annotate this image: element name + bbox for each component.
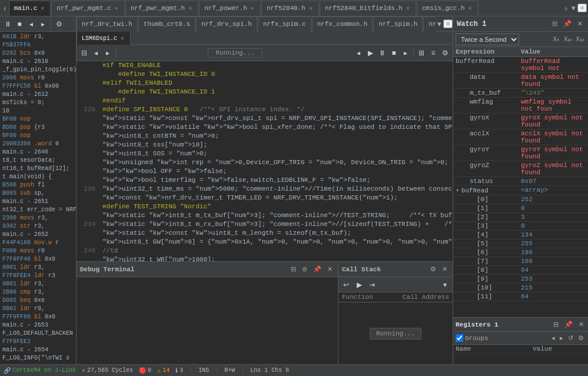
watch-row-5[interactable]: acclXacclX symbol not found [453,129,588,145]
settings-button[interactable]: ⚙ [54,19,64,29]
lsm6-tab-close[interactable]: ✕ [119,35,125,42]
pause-button[interactable]: ⏸ [2,19,13,29]
prev-btn[interactable]: ◂ [91,48,101,58]
settings2-btn[interactable]: ⚙ [440,48,450,58]
cs-step-fwd[interactable]: ⇥ [367,279,377,290]
reg-prev[interactable]: ◂ [550,334,557,342]
debug-terminal-clear[interactable]: ⊘ [300,265,309,274]
watch-val-7: gyroZ symbol not found [521,162,586,176]
reg-groups-checkbox[interactable] [456,334,463,342]
watch-settings[interactable]: ⊟ [550,19,559,28]
watch-row-6[interactable]: gyroYgyroY symbol not found [453,145,588,161]
second-tab-6[interactable]: nrf_delay.h [423,16,436,32]
lsm6-tab[interactable]: LSM6Dspi.c ✕ [77,32,131,46]
call-stack-title: Call Stack [342,266,426,273]
watch-row-17[interactable]: [7]108 [453,257,588,266]
pause2-btn[interactable]: ⏸ [377,48,387,58]
reg-settings2[interactable]: ⚙ [576,334,586,342]
watch-row-4[interactable]: gyroXgyroX symbol not found [453,114,588,129]
close-all-tabs[interactable]: ✕ [577,4,587,12]
watch-row-19[interactable]: [9]253 [453,275,588,284]
reg-pin[interactable]: 📌 [563,320,574,329]
tab-dropdown[interactable]: ▾ [570,2,577,14]
second-tab-5[interactable]: nrf_spim.h [373,16,423,32]
second-tab-2[interactable]: nrf_drv_spi.h [196,16,257,32]
second-tab-close[interactable]: ✕ [443,19,453,28]
debug-terminal-close[interactable]: ✕ [325,265,334,274]
watch-row-10[interactable]: [0]252 [453,195,588,204]
stop-button[interactable]: ■ [14,19,25,29]
tab-close-0[interactable]: ✕ [39,5,45,12]
tab-close-2[interactable]: ✕ [187,5,193,12]
tab-close-4[interactable]: ✕ [308,5,314,12]
watch-row-21[interactable]: [11]64 [453,292,588,301]
watch-row-2[interactable]: m_tx_buf"\243" [453,89,588,98]
watch-row-14[interactable]: [4]134 [453,231,588,239]
watch-row-20[interactable]: [10]215 [453,284,588,292]
expand-icon-9[interactable]: ▾ [456,187,460,194]
watch-row-13[interactable]: [3]0 [453,222,588,231]
nav-back-btn[interactable]: ◂ [353,48,364,58]
second-tab-1[interactable]: thumb_crt0.s [138,16,195,32]
reg-groups-check[interactable]: Groups [456,334,489,342]
stop2-btn[interactable]: ■ [388,48,399,58]
wrap-btn[interactable]: ≡ [428,48,438,58]
frequency-select[interactable]: Twice a Second [456,34,519,45]
forward-button[interactable]: ▸ [38,19,48,29]
cs-step-over[interactable]: ↩ [341,279,351,290]
tab-close-1[interactable]: ✕ [114,5,119,12]
watch-row-7[interactable]: gyroZgyroZ symbol not found [453,161,588,177]
tab-scroll-right[interactable]: › [562,3,570,14]
call-stack-settings[interactable]: ⚙ [428,265,438,274]
disassembly-content[interactable]: 681B ldr r3,F5B37FFA D202 bcs 0x0main.c … [0,32,76,364]
next-btn[interactable]: ▸ [102,48,113,58]
main-tab-5[interactable]: nrf52840_bitfields.h✕ [320,1,416,16]
reg-next[interactable]: ▸ [558,334,565,342]
second-tab-dropdown[interactable]: ▾ [436,18,443,29]
scroll-lock-btn[interactable]: ⊟ [79,48,89,58]
nav-fwd-btn[interactable]: ▸ [400,48,411,58]
second-tab-3[interactable]: nrfx_spim.c [258,16,311,32]
reg-settings[interactable]: ⊟ [552,320,560,329]
run-btn[interactable]: ▶ [365,48,376,58]
watch-row-15[interactable]: [5]255 [453,239,588,248]
scroll-btn[interactable]: ⊞ [416,48,427,58]
reg-content[interactable] [453,354,588,364]
main-tab-6[interactable]: cmsis_gcc.h✕ [417,1,479,16]
watch-row-12[interactable]: [2]3 [453,213,588,222]
watch-pin[interactable]: 📌 [562,19,573,28]
main-tab-3[interactable]: nrf_power.h✕ [199,1,261,16]
tab-close-3[interactable]: ✕ [250,5,255,12]
reg-close[interactable]: ✕ [577,320,586,329]
watch-row-0[interactable]: bufferReadbufferRead symbol not [453,57,588,73]
main-tab-0[interactable]: main.c✕ [9,1,51,16]
watch-row-9[interactable]: ▾bufRead<array> [453,186,588,195]
debug-terminal-settings[interactable]: ⊟ [289,265,298,274]
watch-row-16[interactable]: [6]198 [453,248,588,257]
watch-table[interactable]: bufferReadbufferRead symbol notdatadata … [453,57,588,317]
tab-close-5[interactable]: ✕ [405,5,411,12]
second-tab-0[interactable]: nrf_drv_twi.h [77,16,138,32]
watch-x16[interactable]: X₁₆ [574,34,586,45]
watch-close[interactable]: ✕ [576,19,584,28]
tab-scroll-left[interactable]: ‹ [1,3,9,14]
watch-row-18[interactable]: [8]64 [453,266,588,275]
debug-terminal-pin[interactable]: 📌 [311,265,323,274]
watch-row-1[interactable]: datadata symbol not found [453,73,588,89]
code-editor[interactable]: #if TWI0_ENABLE #define TWI_INSTANCE_ID … [77,61,453,261]
tab-close-6[interactable]: ✕ [467,5,473,12]
reg-refresh[interactable]: ↺ [566,334,575,342]
main-tab-2[interactable]: nrf_pwr_mgmt.h✕ [125,1,198,16]
watch-row-11[interactable]: [1]0 [453,204,588,213]
watch-row-8[interactable]: status0x07 [453,177,588,186]
watch-x8[interactable]: X₈ [551,34,562,45]
second-tab-4[interactable]: nrfx_common.h [312,16,373,32]
watch-x10[interactable]: X₁₀ [563,34,574,45]
back-button[interactable]: ◂ [26,19,36,29]
main-tab-1[interactable]: nrf_pwr_mgmt.c✕ [51,1,124,16]
cs-play[interactable]: ▶ [354,279,364,290]
call-stack-close[interactable]: ✕ [440,265,449,274]
watch-row-3[interactable]: wmflagwmflag symbol not foun [453,98,588,114]
main-tab-4[interactable]: nrf52840.h✕ [261,1,319,16]
cs-dropdown[interactable]: ▾ [440,279,450,290]
